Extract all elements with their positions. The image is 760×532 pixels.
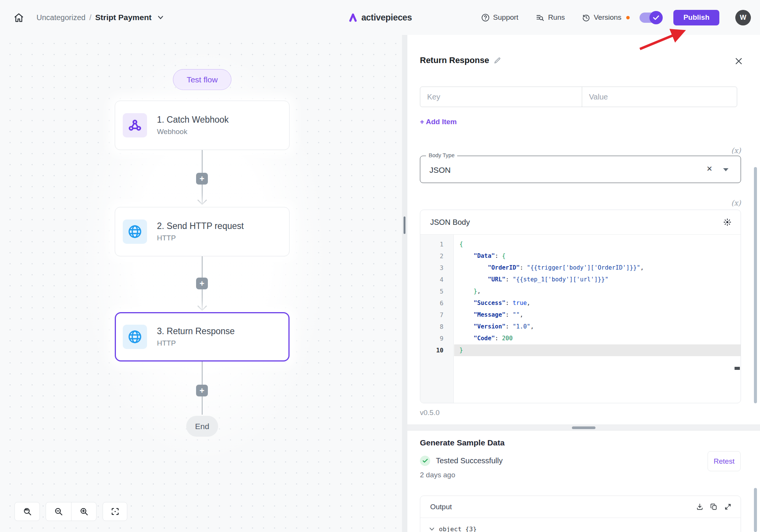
- globe-icon: [123, 325, 147, 349]
- copy-button[interactable]: [710, 503, 717, 510]
- flow-canvas[interactable]: Test flow 1. Catch Webhook Webhook +: [0, 35, 402, 532]
- ai-assist-button[interactable]: [723, 218, 732, 226]
- code-line[interactable]: "Code": 200: [454, 333, 741, 344]
- home-button[interactable]: [13, 12, 24, 23]
- caret-down-icon[interactable]: [723, 168, 728, 171]
- line-number: 10: [420, 344, 453, 356]
- breadcrumb-category[interactable]: Uncategorized: [36, 13, 86, 22]
- retest-button[interactable]: Retest: [708, 451, 741, 471]
- flow-menu-button[interactable]: [158, 16, 163, 19]
- add-step-button[interactable]: +: [196, 173, 208, 185]
- key-input[interactable]: [420, 87, 582, 107]
- output-label: Output: [430, 503, 452, 511]
- add-step-button[interactable]: +: [196, 385, 208, 396]
- unsaved-changes-dot: [626, 16, 630, 19]
- code-line[interactable]: "Data": {: [454, 250, 741, 262]
- arrow-down-icon: [197, 199, 207, 205]
- section-divider[interactable]: [407, 425, 760, 431]
- code-line[interactable]: "Version": "1.0",: [454, 321, 741, 333]
- step-card-send-http[interactable]: 2. Send HTTP request HTTP: [115, 207, 290, 256]
- json-body-field: JSON Body 12345678910 { "Data": { "Order…: [420, 210, 741, 403]
- close-panel-button[interactable]: [733, 56, 744, 66]
- line-number: 3: [420, 262, 453, 274]
- test-status-text: Tested Successfully: [436, 456, 503, 465]
- code-line[interactable]: "URL": "{{step_1['body']['url']}}": [454, 274, 741, 286]
- versions-button[interactable]: Versions: [582, 13, 622, 22]
- add-step-button[interactable]: +: [196, 278, 208, 289]
- webhook-icon: [123, 113, 147, 137]
- flow-builder-window: Uncategorized / Stript Payment activepie…: [0, 0, 760, 532]
- step-card-return-response[interactable]: 3. Return Response HTTP: [115, 312, 290, 362]
- value-input[interactable]: [582, 87, 737, 107]
- panel-resize-gutter[interactable]: [402, 35, 407, 532]
- check-icon: [653, 15, 659, 20]
- line-number: 5: [420, 286, 453, 297]
- line-number: 1: [420, 238, 453, 250]
- clear-selection-icon[interactable]: ✕: [706, 164, 712, 173]
- runs-label: Runs: [548, 13, 565, 22]
- line-number: 9: [420, 333, 453, 344]
- divider-drag-handle[interactable]: [572, 426, 595, 429]
- download-icon: [696, 503, 703, 510]
- brand-name: activepieces: [361, 13, 412, 23]
- code-line[interactable]: }: [454, 344, 741, 356]
- zoom-in-button[interactable]: [71, 502, 96, 521]
- piece-version: v0.5.0: [420, 409, 440, 417]
- collapse-node-button[interactable]: [429, 527, 434, 531]
- step-settings-panel: Return Response + Add Item (x) Body Type…: [407, 35, 760, 532]
- insert-variable-icon[interactable]: (x): [731, 199, 741, 207]
- step-title: 1. Catch Webhook: [157, 115, 229, 125]
- editor-scroll-marker: [735, 367, 740, 370]
- breadcrumb-flow-name[interactable]: Stript Payment: [95, 13, 152, 22]
- zoom-out-button[interactable]: [46, 502, 71, 521]
- output-tree-row: object {3}: [420, 518, 741, 532]
- code-line[interactable]: },: [454, 286, 741, 297]
- json-code-editor[interactable]: 12345678910 { "Data": { "OrderID": "{{tr…: [420, 234, 741, 403]
- body-type-select[interactable]: Body Type JSON ✕: [420, 156, 741, 183]
- zoom-reset-button[interactable]: [14, 502, 40, 521]
- step-subtitle: Webhook: [157, 128, 229, 136]
- brand: activepieces: [348, 13, 412, 23]
- panel-scrollbar[interactable]: [754, 167, 757, 403]
- arrow-down-icon: [197, 305, 207, 311]
- copy-icon: [710, 503, 717, 510]
- step-card-catch-webhook[interactable]: 1. Catch Webhook Webhook: [115, 101, 290, 150]
- line-number: 4: [420, 274, 453, 286]
- publish-button[interactable]: Publish: [673, 10, 719, 25]
- zoom-in-icon: [79, 507, 89, 516]
- panel-resize-handle[interactable]: [404, 216, 405, 234]
- body-type-label: Body Type: [426, 152, 457, 158]
- step-subtitle: HTTP: [157, 234, 244, 242]
- insert-variable-icon[interactable]: (x): [731, 146, 741, 155]
- fit-view-icon: [111, 507, 120, 516]
- zoom-group: [46, 502, 97, 521]
- fit-view-button[interactable]: [103, 502, 127, 521]
- zoom-out-icon: [54, 507, 63, 516]
- avatar[interactable]: W: [735, 10, 751, 25]
- top-bar: Uncategorized / Stript Payment activepie…: [0, 0, 760, 35]
- code-area[interactable]: { "Data": { "OrderID": "{{trigger['body'…: [454, 235, 741, 403]
- line-number: 2: [420, 250, 453, 262]
- add-item-link[interactable]: + Add Item: [420, 118, 457, 126]
- line-number: 7: [420, 309, 453, 321]
- publish-toggle[interactable]: [640, 13, 661, 23]
- runs-button[interactable]: Runs: [536, 13, 565, 22]
- code-line[interactable]: {: [454, 238, 741, 250]
- canvas-toolbar: [14, 502, 127, 521]
- history-icon: [582, 13, 591, 22]
- support-button[interactable]: Support: [481, 13, 519, 22]
- code-line[interactable]: "OrderID": "{{trigger['body']['OrderID']…: [454, 262, 741, 274]
- sparkle-icon: [723, 218, 732, 226]
- test-status: Tested Successfully: [420, 456, 503, 466]
- pencil-icon[interactable]: [494, 57, 501, 64]
- sample-data-heading: Generate Sample Data: [420, 438, 505, 447]
- test-flow-button[interactable]: Test flow: [173, 69, 231, 90]
- test-timestamp: 2 days ago: [420, 471, 455, 479]
- code-line[interactable]: "Message": "",: [454, 309, 741, 321]
- top-bar-actions: Support Runs Versions Publish: [481, 10, 751, 25]
- code-line[interactable]: "Success": true,: [454, 297, 741, 309]
- download-button[interactable]: [696, 503, 703, 510]
- question-circle-icon: [481, 13, 490, 22]
- expand-button[interactable]: [724, 503, 732, 510]
- sample-scrollbar[interactable]: [754, 488, 757, 532]
